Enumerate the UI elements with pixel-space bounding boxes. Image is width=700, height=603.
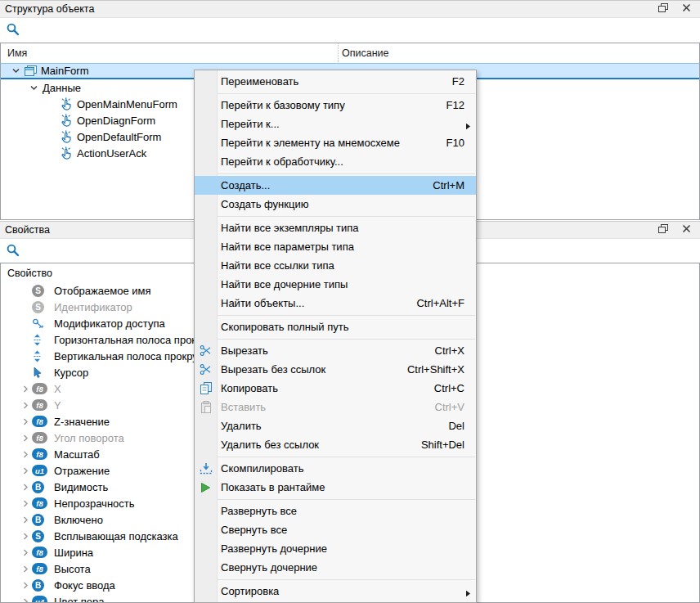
chevron-right-icon[interactable]	[19, 581, 32, 590]
property-badge-slot	[32, 350, 52, 362]
property-badge-slot: f8	[32, 448, 52, 460]
property-type-badge: f8	[32, 547, 47, 558]
context-menu-item[interactable]: Перейти к базовому типуF12	[195, 96, 476, 115]
action-icon	[58, 97, 74, 110]
property-type-badge: f8	[32, 399, 47, 411]
menu-item-shortcut: Ctrl+Alt+F	[400, 297, 464, 309]
context-menu-item[interactable]: Найти все дочерние типы	[195, 275, 476, 294]
context-menu-item[interactable]: Перейти к...	[195, 115, 476, 133]
paste-icon	[195, 401, 217, 413]
property-label: Угол поворота	[54, 432, 124, 444]
chevron-right-icon[interactable]	[19, 548, 32, 557]
chevron-right-icon[interactable]	[19, 597, 32, 603]
context-menu-item[interactable]: Найти все параметры типа	[195, 237, 476, 256]
submenu-arrow-icon	[465, 587, 471, 600]
context-menu-item[interactable]: ВставитьCtrl+V	[195, 398, 476, 416]
close-panel-button[interactable]	[677, 2, 695, 16]
property-label: Включено	[54, 514, 103, 526]
column-description[interactable]: Описание	[342, 43, 389, 63]
search-icon	[6, 243, 20, 259]
menu-separator	[218, 499, 475, 500]
property-type-badge: S	[32, 301, 44, 313]
context-menu-item[interactable]: Скомпилировать	[195, 459, 476, 478]
property-type-badge: B	[32, 481, 44, 493]
context-menu-item[interactable]: Перейти к элементу на мнемосхемеF10	[195, 133, 476, 152]
column-name[interactable]: Имя	[1, 47, 27, 59]
property-type-badge: S	[32, 285, 44, 297]
context-menu-item[interactable]: Развернуть дочерние	[195, 539, 476, 558]
context-menu-item[interactable]: Скопировать полный путь	[195, 317, 476, 336]
menu-item-label: Перейти к базовому типу	[217, 99, 345, 111]
context-menu-item[interactable]: Перейти к обработчику...	[195, 152, 476, 171]
context-menu-item[interactable]: Сортировка	[195, 582, 476, 601]
menu-item-shortcut: Ctrl+M	[416, 179, 464, 191]
menu-item-shortcut: Shift+Del	[405, 439, 464, 451]
property-label: Фокус ввода	[54, 579, 115, 592]
property-type-badge: f8	[32, 432, 47, 443]
context-menu-item[interactable]: Найти объекты...Ctrl+Alt+F	[195, 294, 476, 313]
menu-item-label: Найти все дочерние типы	[217, 278, 348, 290]
context-menu-item[interactable]: Свернуть дочерние	[195, 558, 476, 577]
chevron-right-icon[interactable]	[19, 385, 32, 394]
context-menu-item[interactable]: ПереименоватьF2	[195, 72, 476, 91]
context-menu-item[interactable]: Свернуть все	[195, 520, 476, 539]
menu-separator	[218, 173, 475, 174]
property-label: Высота	[54, 563, 91, 575]
menu-item-label: Сортировка	[217, 585, 279, 597]
chevron-right-icon[interactable]	[19, 434, 32, 443]
chevron-right-icon[interactable]	[19, 401, 32, 410]
context-menu-item[interactable]: Вырезать без ссылокCtrl+Shift+X	[195, 360, 476, 379]
property-badge-slot	[32, 317, 52, 330]
chevron-right-icon[interactable]	[19, 499, 32, 508]
property-badge-slot: B	[32, 579, 52, 592]
context-menu-item[interactable]: Создать функцию	[195, 195, 476, 214]
chevron-right-icon[interactable]	[19, 450, 32, 459]
menu-item-label: Перейти к обработчику...	[217, 155, 343, 168]
context-menu-item[interactable]: Показать в рантайме	[195, 478, 476, 497]
property-badge-slot: u4	[32, 596, 52, 603]
chevron-right-icon[interactable]	[19, 515, 32, 524]
chevron-right-icon[interactable]	[19, 565, 32, 574]
scissors-icon	[195, 363, 217, 376]
context-menu-item[interactable]: КопироватьCtrl+C	[195, 379, 476, 398]
chevron-down-icon[interactable]	[27, 83, 40, 92]
cursor-icon	[32, 367, 43, 379]
search-input[interactable]	[25, 21, 694, 39]
form-icon	[22, 65, 38, 78]
float-panel-button[interactable]	[654, 223, 672, 237]
property-label: Непрозрачность	[54, 497, 135, 510]
close-panel-button[interactable]	[677, 223, 695, 237]
menu-item-label: Перейти к элементу на мнемосхеме	[217, 137, 400, 149]
menu-separator	[218, 93, 475, 94]
menu-item-label: Копировать	[217, 382, 278, 394]
property-type-badge: f8	[32, 416, 47, 427]
property-badge-slot: u1	[32, 465, 52, 476]
property-label: Курсор	[54, 367, 88, 379]
property-type-badge: f8	[32, 497, 47, 509]
context-menu-item[interactable]: ВырезатьCtrl+X	[195, 341, 476, 360]
menu-item-label: Создать...	[217, 179, 270, 191]
chevron-right-icon[interactable]	[19, 532, 32, 541]
property-label: Вертикальная полоса прокрутки	[54, 350, 213, 362]
submenu-arrow-icon	[465, 120, 471, 133]
context-menu: ПереименоватьF2Перейти к базовому типуF1…	[194, 70, 477, 603]
context-menu-item[interactable]: Удалить без ссылокShift+Del	[195, 435, 476, 454]
menu-item-shortcut: F10	[430, 137, 464, 149]
context-menu-item[interactable]: Развернуть все	[195, 502, 476, 520]
float-panel-button[interactable]	[654, 2, 672, 16]
context-menu-item[interactable]: Создать...Ctrl+M	[195, 176, 476, 195]
action-icon	[58, 130, 74, 143]
context-menu-item[interactable]: УдалитьDel	[195, 416, 476, 435]
context-menu-item[interactable]: Найти все экземпляры типа	[195, 218, 476, 237]
property-badge-slot	[32, 367, 52, 379]
chevron-right-icon[interactable]	[19, 483, 32, 492]
chevron-right-icon[interactable]	[19, 417, 32, 426]
property-label: Y	[54, 399, 61, 412]
menu-item-label: Найти все параметры типа	[217, 241, 354, 253]
context-menu-item[interactable]: Найти все ссылки типа	[195, 256, 476, 275]
property-badge-slot: S	[32, 285, 52, 297]
chevron-down-icon[interactable]	[9, 66, 22, 75]
copy-icon	[195, 382, 217, 394]
tree-item-label: Данные	[43, 82, 81, 94]
chevron-right-icon[interactable]	[19, 466, 32, 475]
